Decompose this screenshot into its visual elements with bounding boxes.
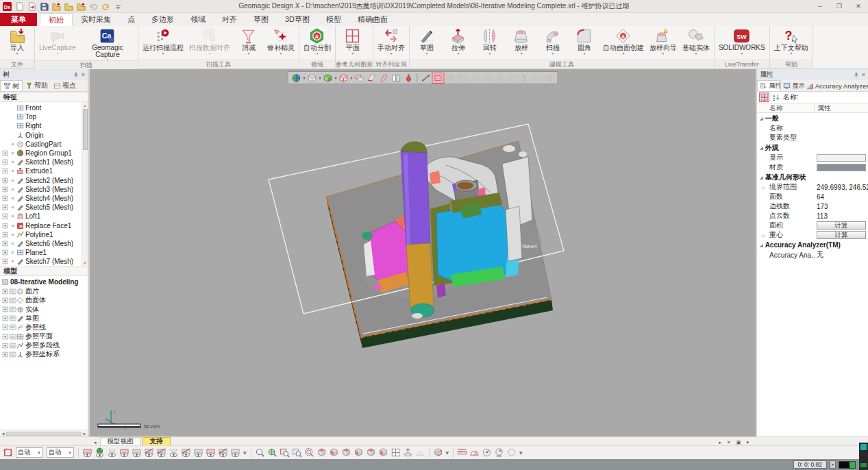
zoom-fit-button[interactable] [254,447,266,458]
tab-对齐[interactable]: 对齐 [214,13,245,26]
scroll-up-icon[interactable]: ▲ [84,102,87,108]
calculate-button[interactable]: 计算 [817,221,866,230]
ribbon-button-修补精灵[interactable]: 修补精灵▾ [264,27,297,55]
ribbon-button-放样向导[interactable]: 放样向导▾ [647,27,680,55]
close-panel-icon[interactable]: × [862,72,865,78]
tab-model-view[interactable]: 模型视图 [100,437,141,445]
spray-select-button[interactable] [403,73,415,84]
zoom-rect-button[interactable] [291,447,303,458]
tree-item-Top[interactable]: Top [1,112,80,121]
tree-item-Right[interactable]: Right [1,121,80,130]
zoom-plane-button[interactable] [279,447,290,458]
property-row-Accuracy Ana...[interactable]: Accuracy Ana...无 [757,250,868,260]
view-normal-button[interactable] [402,447,414,458]
ribbon-button-回转[interactable]: 回转▾ [474,27,506,55]
ribbon-button-自动分割[interactable]: A自动分割▾ [301,27,334,55]
ribbon-button-运行扫描流程[interactable]: 运行扫描流程▾ [140,27,186,55]
open-import-button[interactable] [51,1,62,12]
properties-tab-显示[interactable]: 显示 [781,80,804,91]
new-file-button[interactable] [14,1,25,12]
ribbon-button-圆角[interactable]: 圆角▾ [569,27,600,55]
window-menu-button[interactable]: ▾ [745,440,750,445]
ribbon-button-上下文帮助[interactable]: ?上下文帮助▾ [771,27,811,55]
tree-item-CastingPart[interactable]: CastingPart [1,140,80,149]
visibility-toggle-icon[interactable] [9,342,16,349]
ribbon-button-消减[interactable]: 消减▾ [233,27,264,55]
tree-item-Sketch5 (Mesh)[interactable]: Sketch5 (Mesh) [1,203,80,212]
view-front-button[interactable] [340,447,352,458]
scrollbar-thumb[interactable] [83,109,88,150]
toggle-curve-visibility-button[interactable] [180,447,192,458]
more-options-icon[interactable]: ▾ [445,449,451,456]
close-view-button[interactable]: ✕ [726,440,732,445]
sort-az-button[interactable]: AZ [771,92,781,102]
color-swatch[interactable] [817,164,866,171]
zoom-circle-button[interactable] [303,447,315,458]
expand-icon[interactable] [1,342,9,349]
model-item-参照坐标系[interactable]: 参照坐标系 [1,350,80,359]
visibility-toggle-icon[interactable] [9,288,16,295]
ribbon-button-扫描[interactable]: 扫描▾ [537,27,569,55]
tree-item-Polyline1[interactable]: Polyline1 [1,230,80,239]
expand-icon[interactable]: ▷ [762,233,766,238]
property-row-材质[interactable]: 材质 [757,162,868,172]
panel-tab-树[interactable]: 树 [0,80,23,91]
view-orientation-button[interactable] [290,73,302,84]
property-row-境界范围[interactable]: ▷境界范围249.6993, 246.52... [757,182,868,192]
tree-item-Origin[interactable]: Origin [1,131,80,140]
tree-item-Extrude1[interactable]: Extrude1 [1,166,80,175]
more-options-icon[interactable]: ▾ [242,449,248,456]
measure-radius-button[interactable] [481,447,493,458]
view-grid-button[interactable] [390,447,401,458]
ribbon-button-SOLIDWORKS[interactable]: SWSOLIDWORKS▾ [716,27,768,55]
expand-icon[interactable] [1,258,9,265]
expand-icon[interactable] [1,351,9,358]
selection-mode-select[interactable]: 自动▼ [16,447,43,458]
plane-display-button[interactable] [354,73,366,84]
scroll-right-icon[interactable]: ▶ [83,431,86,436]
new-window-button[interactable]: ▣ [735,440,743,445]
view-top-button[interactable] [365,447,377,458]
property-row-面积[interactable]: 面积计算 [757,221,868,230]
property-row-重心[interactable]: ▷重心计算 [757,230,868,240]
dropdown-arrow-icon[interactable]: ▾ [303,75,305,80]
undo-button[interactable] [88,1,99,12]
measure-distance-button[interactable] [456,447,468,458]
shading-mode-button[interactable] [322,73,334,84]
scrollbar-thumb[interactable] [6,432,82,436]
visibility-toggle-icon[interactable] [9,351,16,358]
model-item-曲面体[interactable]: 曲面体 [1,296,80,305]
model-item-参照平面[interactable]: 参照平面 [1,332,80,341]
tab-support[interactable]: 支持 [142,437,171,445]
tab-多边形[interactable]: 多边形 [143,13,182,26]
expand-icon[interactable] [1,149,9,157]
model-item-参照线[interactable]: 参照线 [1,323,80,332]
expand-icon[interactable] [1,158,9,166]
tree-item-Sketch1 (Mesh)[interactable]: Sketch1 (Mesh) [1,158,80,166]
toggle-point-visibility-button[interactable] [168,447,179,458]
expand-icon[interactable] [1,297,9,304]
snap-mode-select[interactable]: 自动▼ [47,447,74,458]
expand-icon[interactable] [1,177,9,184]
expand-icon[interactable] [1,314,9,322]
expand-icon[interactable] [1,249,9,256]
open-file-button[interactable] [63,1,75,12]
ribbon-button-Geomagic Capture[interactable]: CaGeomagic Capture▾ [79,27,136,62]
expand-icon[interactable] [1,288,9,295]
feature-tree-scrollbar[interactable]: ▲ ▼ [82,102,88,266]
expand-icon[interactable] [1,240,9,247]
model-item-参照多段线[interactable]: 参照多段线 [1,341,80,350]
scroll-tabs-left-button[interactable]: ◂ [94,440,97,445]
section-b-button[interactable] [378,73,390,84]
tab-精确曲面[interactable]: 精确曲面 [349,13,396,26]
tree-item-Front[interactable]: Front [1,103,80,112]
ribbon-button-基础实体[interactable]: 基础实体▾ [680,27,712,55]
ribbon-button-导入[interactable]: 导入▾ [1,27,33,55]
dropdown-arrow-icon[interactable]: ▾ [319,75,321,80]
measure-deviation-button[interactable] [493,447,505,458]
expand-icon[interactable] [1,167,9,175]
toggle-region-visibility-button[interactable] [119,447,130,458]
toggle-body-visibility-button[interactable] [131,447,142,458]
expand-icon[interactable] [1,333,9,341]
tree-item-Sketch2 (Mesh)[interactable]: Sketch2 (Mesh) [1,176,80,185]
